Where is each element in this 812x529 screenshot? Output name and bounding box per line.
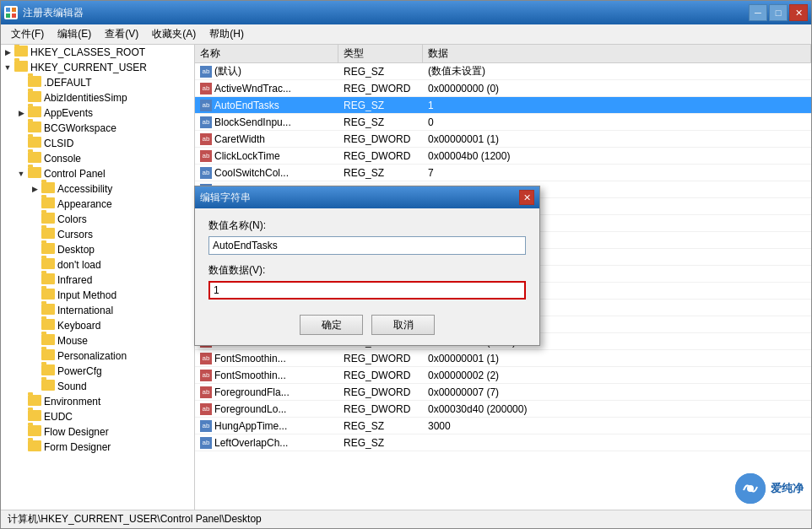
reg-sz-icon: ab <box>200 420 212 432</box>
table-row[interactable]: abFontSmoothin...REG_DWORD0x00000002 (2) <box>195 367 811 384</box>
tree-toggle-cp[interactable]: ▼ <box>14 167 28 181</box>
tree-item-keyboard[interactable]: Keyboard <box>1 318 194 333</box>
tree-toggle-formdesigner[interactable] <box>14 440 28 454</box>
tree-label-personalization: Personalization <box>57 350 127 362</box>
tree-toggle-powercfg[interactable] <box>28 364 41 378</box>
tree-item-dontload[interactable]: don't load <box>1 257 194 273</box>
tree-item-appearance[interactable]: Appearance <box>1 197 194 212</box>
table-row[interactable]: abForegroundLo...REG_DWORD0x00030d40 (20… <box>195 401 811 418</box>
titlebar: 注册表编辑器 ─ □ ✕ <box>1 1 811 24</box>
tree-toggle-keyboard[interactable] <box>28 319 41 332</box>
cancel-button[interactable]: 取消 <box>371 315 435 335</box>
col-header-name[interactable]: 名称 <box>195 45 338 62</box>
tree-label-infrared: Infrared <box>57 274 92 286</box>
tree-label-flowdesigner: Flow Designer <box>44 426 109 438</box>
table-row[interactable]: abCoolSwitchCol...REG_SZ7 <box>195 165 811 181</box>
menu-item-帮助(H)[interactable]: 帮助(H) <box>203 25 251 43</box>
dialog-close-button[interactable]: ✕ <box>519 190 534 205</box>
watermark-logo <box>735 473 766 504</box>
tree-toggle-hkcu[interactable]: ▼ <box>1 61 14 74</box>
table-row[interactable]: abBlockSendInpu...REG_SZ0 <box>195 114 811 131</box>
cell-type: REG_SZ <box>338 66 423 78</box>
table-row[interactable]: abLeftOverlapCh...REG_SZ <box>195 435 811 451</box>
maximize-button[interactable]: □ <box>769 4 788 21</box>
menu-item-查看(V)[interactable]: 查看(V) <box>98 25 145 43</box>
col-header-type[interactable]: 类型 <box>338 45 423 62</box>
tree-item-international[interactable]: International <box>1 303 194 318</box>
cell-type: REG_SZ <box>338 100 423 111</box>
tree-toggle-personalization[interactable] <box>28 349 41 363</box>
cell-type: REG_DWORD <box>338 403 423 415</box>
reg-sz-icon: ab <box>200 116 212 128</box>
tree-item-colors[interactable]: Colors <box>1 212 194 227</box>
table-row[interactable]: abClickLockTimeREG_DWORD0x00004b0 (1200) <box>195 148 811 165</box>
ok-button[interactable]: 确定 <box>300 315 363 335</box>
cell-data: 0x00000001 (1) <box>423 133 811 145</box>
reg-dword-icon: ab <box>200 386 212 398</box>
tree-toggle-mouse[interactable] <box>28 334 41 348</box>
cell-name: abCoolSwitchCol... <box>195 167 338 179</box>
name-input[interactable] <box>208 236 526 255</box>
tree-panel[interactable]: ▶HKEY_CLASSES_ROOT▼HKEY_CURRENT_USER .DE… <box>1 45 195 510</box>
tree-toggle-sound[interactable] <box>28 380 41 393</box>
cell-data: 3000 <box>423 420 811 432</box>
tree-toggle-cursors[interactable] <box>28 228 41 241</box>
folder-icon <box>41 182 55 196</box>
table-row[interactable]: abHungAppTime...REG_SZ3000 <box>195 418 811 435</box>
tree-toggle-environment[interactable] <box>14 395 28 408</box>
menu-item-编辑(E)[interactable]: 编辑(E) <box>51 25 98 43</box>
close-button[interactable]: ✕ <box>789 4 808 21</box>
minimize-button[interactable]: ─ <box>749 4 767 21</box>
tree-item-personalization[interactable]: Personalization <box>1 348 194 364</box>
table-row[interactable]: abFontSmoothin...REG_DWORD0x00000001 (1) <box>195 350 811 367</box>
tree-toggle-appearance[interactable] <box>28 197 41 211</box>
tree-toggle-colors[interactable] <box>28 213 41 226</box>
tree-item-cp[interactable]: ▼Control Panel <box>1 166 194 181</box>
tree-toggle-bcg[interactable] <box>14 121 28 135</box>
table-row[interactable]: abActiveWndTrac...REG_DWORD0x00000000 (0… <box>195 80 811 97</box>
cell-name: abForegroundFla... <box>195 386 338 398</box>
menu-item-收藏夹(A)[interactable]: 收藏夹(A) <box>145 25 203 43</box>
tree-item-formdesigner[interactable]: Form Designer <box>1 440 194 455</box>
tree-toggle-eudc[interactable] <box>14 410 28 424</box>
table-row[interactable]: ab(默认)REG_SZ(数值未设置) <box>195 63 811 80</box>
tree-item-mouse[interactable]: Mouse <box>1 333 194 348</box>
tree-toggle-dontload[interactable] <box>28 258 41 272</box>
tree-toggle-infrared[interactable] <box>28 273 41 287</box>
tree-toggle-international[interactable] <box>28 304 41 317</box>
table-row[interactable]: abAutoEndTasksREG_SZ1 <box>195 97 811 114</box>
menu-item-文件(F)[interactable]: 文件(F) <box>4 25 51 43</box>
cell-type: REG_SZ <box>338 420 423 432</box>
tree-toggle-flowdesigner[interactable] <box>14 425 28 439</box>
table-row[interactable]: abForegroundFla...REG_DWORD0x00000007 (7… <box>195 384 811 401</box>
cell-type: REG_DWORD <box>338 83 423 94</box>
tree-item-inputmethod[interactable]: Input Method <box>1 288 194 303</box>
tree-toggle-default[interactable] <box>14 76 28 89</box>
tree-item-infrared[interactable]: Infrared <box>1 273 194 288</box>
edit-string-dialog[interactable]: 编辑字符串 ✕ 数值名称(N): 数值数据(V): 确定 取消 <box>194 186 540 346</box>
tree-label-appearance: Appearance <box>57 198 112 210</box>
tree-item-powercfg[interactable]: PowerCfg <box>1 364 194 379</box>
tree-label-console: Console <box>44 153 81 165</box>
cell-type: REG_SZ <box>338 167 423 179</box>
tree-toggle-console[interactable] <box>14 152 28 165</box>
tree-toggle-desktop[interactable] <box>28 243 41 256</box>
tree-toggle-hkcr[interactable]: ▶ <box>1 46 14 59</box>
tree-label-appevents: AppEvents <box>44 107 93 119</box>
folder-icon <box>28 76 41 89</box>
cell-data: 0x00004b0 (1200) <box>423 150 811 162</box>
tree-toggle-abiz[interactable] <box>14 91 28 105</box>
tree-toggle-clsid[interactable] <box>14 137 28 150</box>
table-row[interactable]: abCaretWidthREG_DWORD0x00000001 (1) <box>195 131 811 148</box>
tree-toggle-inputmethod[interactable] <box>28 289 41 302</box>
tree-toggle-accessibility[interactable]: ▶ <box>28 182 41 196</box>
col-header-data[interactable]: 数据 <box>423 45 811 62</box>
tree-item-accessibility[interactable]: ▶Accessibility <box>1 181 194 197</box>
tree-label-cp: Control Panel <box>44 168 106 180</box>
tree-item-cursors[interactable]: Cursors <box>1 227 194 242</box>
data-input[interactable] <box>208 281 526 300</box>
tree-toggle-appevents[interactable]: ▶ <box>14 106 28 120</box>
tree-item-desktop[interactable]: Desktop <box>1 242 194 257</box>
tree-item-hkcr[interactable]: ▶HKEY_CLASSES_ROOT <box>1 45 194 60</box>
folder-icon <box>28 167 41 181</box>
